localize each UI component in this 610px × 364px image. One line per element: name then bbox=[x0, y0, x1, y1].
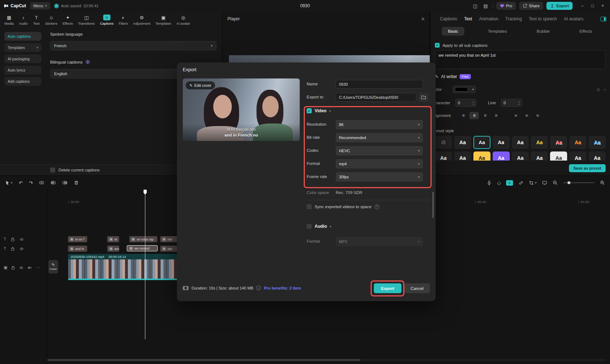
tab-adjustment[interactable]: ⚙Adjustment bbox=[130, 15, 153, 25]
stepper-arrows[interactable]: ▴▾ bbox=[473, 101, 474, 105]
playhead[interactable] bbox=[145, 190, 145, 339]
audio-section-checkbox[interactable] bbox=[307, 224, 312, 229]
tab-text[interactable]: Text bbox=[464, 16, 472, 21]
link-icon[interactable] bbox=[518, 181, 524, 185]
align-center-icon[interactable]: ≡ bbox=[469, 112, 479, 119]
zoom-out-icon[interactable] bbox=[553, 180, 558, 185]
apply-all-row[interactable]: ✓ Apply to all sub captions bbox=[435, 43, 488, 48]
export-path-input[interactable] bbox=[336, 93, 416, 102]
zoom-in-icon[interactable] bbox=[600, 180, 605, 185]
speaker-icon[interactable] bbox=[27, 266, 32, 270]
dialog-scrollbar[interactable] bbox=[432, 192, 434, 218]
lock-icon[interactable] bbox=[11, 237, 15, 242]
tab-stickers[interactable]: ☺Stickers bbox=[43, 15, 60, 25]
close-button[interactable]: × bbox=[598, 1, 608, 11]
tab-transitions[interactable]: ◫Transitions bbox=[76, 15, 97, 25]
minimize-button[interactable]: – bbox=[577, 1, 587, 11]
edit-cover-button[interactable]: ✎ Edit cover bbox=[186, 81, 215, 89]
player-menu-icon[interactable]: ≡ bbox=[421, 16, 424, 21]
caption-clip[interactable]: Aour bbox=[160, 246, 178, 252]
smart-captions-icon[interactable]: ≡ bbox=[506, 180, 513, 186]
sync-space-checkbox[interactable] bbox=[307, 204, 312, 209]
tab-captions[interactable]: Captions bbox=[440, 16, 457, 21]
pro-button[interactable]: Pro bbox=[496, 2, 516, 10]
export-name-input[interactable] bbox=[336, 80, 423, 89]
align-justify-icon[interactable]: ≡ bbox=[491, 112, 501, 119]
lock-icon[interactable] bbox=[11, 247, 15, 251]
share-button[interactable]: Share bbox=[519, 2, 543, 10]
preset-style-tile[interactable]: Aa bbox=[512, 136, 529, 149]
caption-clip[interactable]: Aon vous rap bbox=[129, 236, 157, 242]
delete-icon[interactable] bbox=[74, 180, 79, 185]
align-left-icon[interactable]: ≡ bbox=[458, 112, 468, 119]
framerate-select[interactable]: 30fps▾ bbox=[336, 172, 423, 182]
eye-icon[interactable] bbox=[19, 237, 24, 242]
caption-clip-selected[interactable]: Awe remind bbox=[127, 245, 158, 251]
preset-style-tile[interactable]: Aa bbox=[550, 136, 567, 149]
spoken-language-select[interactable]: French ▾ bbox=[50, 41, 217, 50]
mic-icon[interactable] bbox=[487, 180, 492, 185]
valign-top-icon[interactable]: ≡ bbox=[513, 114, 518, 117]
save-as-preset-button[interactable]: Save as preset bbox=[569, 164, 606, 172]
maximize-button[interactable]: □ bbox=[587, 1, 598, 11]
preset-style-tile[interactable]: Aa bbox=[531, 151, 548, 161]
tab-audio[interactable]: ♪Audio bbox=[16, 15, 30, 25]
preset-style-tile[interactable]: Aa bbox=[550, 151, 567, 161]
preset-style-tile[interactable]: Aa bbox=[493, 151, 510, 161]
redo-icon[interactable]: ↷ bbox=[29, 181, 33, 185]
sidebar-item-auto-captions[interactable]: Auto captions bbox=[4, 32, 41, 41]
color-picker-icon[interactable]: ◇ bbox=[597, 88, 600, 92]
sidebar-item-add-captions[interactable]: Add captions bbox=[4, 77, 41, 86]
character-spacing-stepper[interactable]: 0 ▴▾ bbox=[455, 99, 476, 107]
timeline-scrollbar[interactable] bbox=[47, 359, 606, 361]
caption-clip[interactable]: Anot bbox=[160, 236, 178, 242]
caption-clip[interactable]: Aand bbox=[107, 246, 119, 252]
cover-button[interactable]: ✎ Cover bbox=[48, 260, 58, 274]
lock-icon[interactable] bbox=[11, 266, 15, 270]
tab-ai-avatar[interactable]: ◎AI avatar bbox=[174, 15, 193, 25]
preset-style-tile-selected[interactable]: Aa bbox=[473, 136, 490, 149]
stepper-up-icon[interactable]: ▴ bbox=[473, 101, 474, 103]
menu-button[interactable]: Menu ▾ bbox=[30, 2, 50, 9]
caption-clip[interactable]: Aand in bbox=[68, 246, 87, 252]
apply-all-checkbox[interactable]: ✓ bbox=[435, 43, 440, 48]
stepper-down-icon[interactable]: ▾ bbox=[518, 103, 520, 105]
video-section-checkbox[interactable]: ✓ bbox=[307, 108, 312, 113]
align-right-icon[interactable]: ≡ bbox=[480, 112, 490, 119]
eye-icon[interactable] bbox=[19, 266, 24, 270]
collapse-section-icon[interactable]: ▴ bbox=[330, 225, 331, 228]
stepper-arrows[interactable]: ▴▾ bbox=[518, 101, 520, 105]
tab-text-to-speech[interactable]: Text to speech bbox=[529, 16, 557, 21]
preset-style-tile[interactable]: Aa bbox=[531, 136, 548, 149]
delete-right-icon[interactable] bbox=[62, 180, 68, 185]
zoom-slider-handle[interactable] bbox=[567, 181, 570, 184]
delete-captions-checkbox[interactable] bbox=[50, 167, 55, 173]
caption-clip[interactable]: Aet bbox=[107, 236, 119, 242]
layout-toggle-icon[interactable]: ◫ bbox=[472, 3, 479, 9]
preset-style-tile[interactable]: Aa bbox=[435, 151, 452, 161]
sidebar-item-ai-packaging[interactable]: AI packaging bbox=[4, 54, 41, 63]
preset-style-tile[interactable]: Aa bbox=[512, 151, 529, 161]
select-tool[interactable]: ▾ bbox=[5, 181, 13, 185]
tab-text[interactable]: TText bbox=[30, 15, 43, 25]
preset-style-tile[interactable]: Aa bbox=[589, 151, 606, 161]
help-icon[interactable]: ? bbox=[375, 205, 379, 209]
preset-style-tile[interactable]: Aa bbox=[569, 151, 586, 161]
subtab-effects[interactable]: Effects bbox=[573, 27, 598, 36]
tab-captions[interactable]: ≡Captions bbox=[97, 15, 116, 25]
preset-style-tile[interactable]: Aa bbox=[569, 136, 586, 149]
expand-section-icon[interactable]: › bbox=[604, 88, 606, 92]
tab-ai-avatars[interactable]: AI avatars bbox=[564, 16, 583, 21]
split-icon[interactable] bbox=[39, 180, 44, 185]
tab-animation[interactable]: Animation bbox=[479, 16, 498, 21]
ai-writer-row[interactable]: ✎ AI writer Free bbox=[435, 74, 471, 79]
format-select[interactable]: mp4▾ bbox=[336, 159, 423, 169]
keyframe-icon[interactable]: ◇ bbox=[497, 181, 501, 185]
sidebar-item-auto-lyrics[interactable]: Auto lyrics bbox=[4, 66, 41, 74]
sidebar-item-templates[interactable]: Templates▾ bbox=[4, 43, 41, 52]
tab-effects[interactable]: ✦Effects bbox=[60, 15, 76, 25]
export-button-titlebar[interactable]: Export bbox=[546, 2, 573, 10]
tab-tracking[interactable]: Tracking bbox=[505, 16, 522, 21]
timeline-scrollbar-thumb[interactable] bbox=[47, 359, 360, 361]
stepper-down-icon[interactable]: ▾ bbox=[473, 103, 474, 105]
